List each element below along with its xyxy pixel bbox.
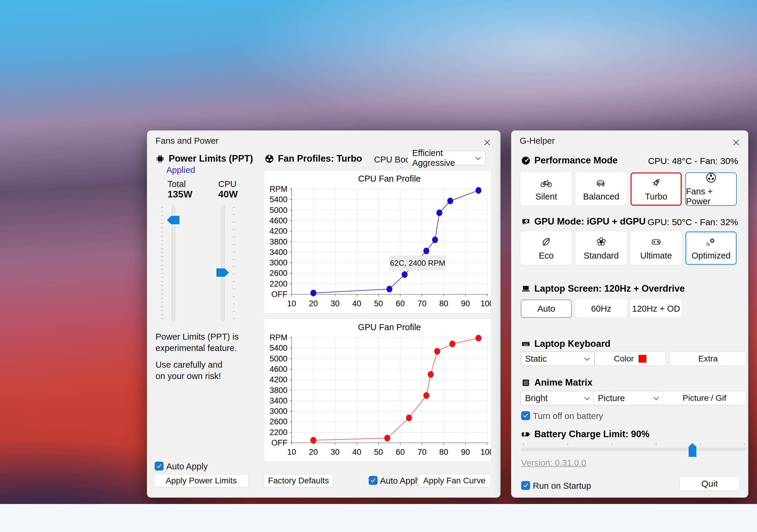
mode-button-eco[interactable]: Eco [521, 231, 572, 265]
version-link[interactable]: Version: 0.31.0.0 [521, 458, 586, 468]
slider-tick [232, 281, 235, 282]
turn-off-on-battery-checkbox[interactable] [521, 411, 530, 420]
total-slider-thumb[interactable] [167, 216, 179, 224]
gamepad-icon [650, 236, 662, 248]
fan-curve-point[interactable] [386, 286, 393, 292]
cpu-power-slider[interactable] [210, 205, 235, 330]
slider-tick [232, 311, 235, 312]
slider-tick [612, 443, 612, 445]
fan-curve-point[interactable] [402, 271, 408, 278]
factory-defaults-button[interactable]: Factory Defaults [264, 474, 333, 487]
mode-button-120hz-od[interactable]: 120Hz + OD [630, 299, 682, 318]
window-title: Fans and Power [156, 136, 219, 146]
close-icon[interactable] [481, 136, 494, 149]
cpu-fan-chart-panel: CPU Fan Profile102030405060708090100RPM5… [264, 170, 491, 313]
slider-tick [744, 443, 745, 445]
fan-curve-point[interactable] [449, 341, 456, 347]
slider-tick [161, 257, 163, 257]
fan-curve-point[interactable] [311, 290, 317, 296]
applied-link[interactable]: Applied [166, 165, 195, 175]
x-tick-label: 50 [374, 448, 383, 457]
fan-curve-point[interactable] [406, 414, 412, 421]
fan-curve-point[interactable] [475, 187, 481, 194]
slider-tick [161, 265, 163, 266]
mode-button-60hz[interactable]: 60Hz [576, 299, 627, 318]
quit-button[interactable]: Quit [680, 477, 740, 491]
y-tick-label: 4600 [270, 216, 288, 225]
chart-title: CPU Fan Profile [358, 174, 421, 183]
fan-curve-point[interactable] [428, 371, 434, 378]
x-tick-label: 30 [331, 448, 340, 457]
window-title: G-Helper [520, 136, 555, 146]
cpu-temp-status: CPU: 48°C - Fan: 30% [648, 156, 738, 166]
picture-gif-button[interactable]: Picture / Gif [663, 391, 746, 405]
slider-tick [232, 319, 235, 319]
auto-apply-fan-checkbox[interactable] [369, 476, 378, 485]
keyboard-color-button[interactable]: Color [594, 351, 666, 366]
y-tick-label: 5000 [270, 354, 288, 363]
slider-tick [161, 269, 163, 269]
fan-curve-point[interactable] [311, 437, 317, 443]
keyboard-mode-dropdown[interactable]: Static [521, 351, 594, 366]
keyboard-extra-button[interactable]: Extra [670, 351, 746, 366]
x-tick-label: 10 [287, 299, 296, 308]
close-icon[interactable] [730, 136, 743, 149]
fan-curve-point[interactable] [447, 198, 453, 204]
fan-curve-point[interactable] [384, 435, 390, 441]
x-tick-label: 70 [418, 299, 427, 308]
apply-fan-curve-button[interactable]: Apply Fan Curve [418, 474, 491, 487]
slider-tick [656, 443, 656, 445]
x-tick-label: 80 [439, 299, 448, 308]
y-tick-label: 3800 [270, 386, 288, 395]
power-limits-heading: Power Limits (PPT) [169, 153, 253, 164]
mode-button-turbo[interactable]: Turbo [630, 172, 682, 206]
x-tick-label: 90 [461, 299, 470, 308]
mode-button-label: Auto [537, 304, 555, 314]
x-tick-label: 40 [352, 448, 361, 457]
cpu-slider-thumb[interactable] [216, 268, 229, 277]
matrix-brightness-dropdown[interactable]: Bright [521, 391, 594, 405]
laptop-keyboard-heading: Laptop Keyboard [534, 338, 610, 349]
turn-off-on-battery-label: Turn off on battery [533, 411, 603, 421]
mode-button-label: Optimized [692, 251, 731, 261]
cpu-boost-dropdown[interactable]: Efficient Aggressive [408, 151, 486, 165]
keyboard-icon [521, 339, 530, 349]
run-on-startup-checkbox[interactable] [521, 481, 530, 490]
laptop-screen-heading: Laptop Screen: 120Hz + Overdrive [534, 283, 685, 294]
cpu-fan-curve-chart[interactable]: CPU Fan Profile102030405060708090100RPM5… [264, 170, 491, 313]
slider-tick [523, 443, 524, 445]
slider-tick [161, 285, 163, 286]
y-tick-label: 4200 [270, 375, 288, 384]
slider-tick [161, 248, 163, 249]
run-on-startup-label: Run on Startup [533, 481, 591, 491]
mode-button-auto[interactable]: Auto [521, 299, 572, 318]
fan-curve-point[interactable] [437, 209, 442, 216]
mode-button-standard[interactable]: Standard [576, 231, 627, 265]
mode-button-fans-power[interactable]: Fans + Power [685, 172, 737, 206]
slider-tick [232, 244, 235, 245]
fan-curve-point[interactable] [434, 348, 440, 354]
mode-button-ultimate[interactable]: Ultimate [630, 231, 682, 265]
y-tick-label: 3800 [270, 238, 288, 246]
slider-tick [161, 273, 163, 274]
x-tick-label: 90 [461, 448, 470, 457]
mode-button-optimized[interactable]: Optimized [685, 231, 737, 265]
apply-power-limits-button[interactable]: Apply Power Limits [154, 474, 249, 487]
slider-tick [161, 228, 163, 228]
slider-track[interactable] [221, 205, 225, 321]
slider-tick [161, 236, 163, 237]
battery-slider-track[interactable] [521, 448, 747, 451]
total-power-slider[interactable] [161, 205, 186, 330]
optimize-icon [705, 236, 717, 248]
fan-curve-point[interactable] [423, 247, 429, 254]
fan-curve-point[interactable] [475, 335, 481, 342]
gpu-card-icon [521, 217, 530, 226]
slider-tick [232, 252, 235, 252]
fan-curve-point[interactable] [423, 392, 429, 399]
fan-curve-point[interactable] [432, 237, 438, 243]
gpu-fan-curve-chart[interactable]: GPU Fan Profile102030405060708090100RPM5… [264, 319, 491, 462]
matrix-mode-dropdown[interactable]: Picture [593, 391, 664, 405]
auto-apply-power-checkbox[interactable] [155, 462, 164, 471]
mode-button-balanced[interactable]: Balanced [576, 172, 627, 206]
mode-button-silent[interactable]: Silent [521, 172, 572, 206]
